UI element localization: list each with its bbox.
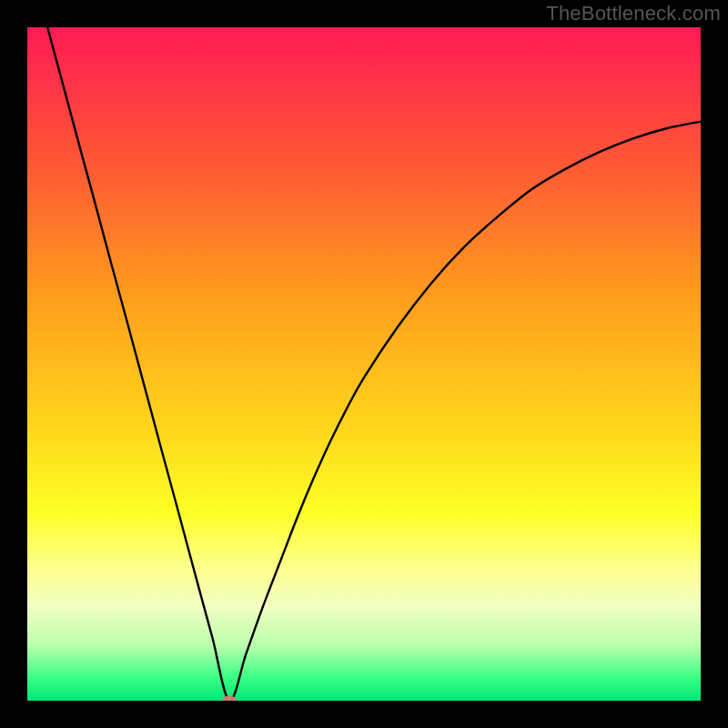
gradient-background [27, 27, 701, 701]
chart-frame: TheBottleneck.com [0, 0, 728, 728]
plot-area [27, 27, 701, 701]
chart-svg [27, 27, 701, 701]
watermark-label: TheBottleneck.com [546, 2, 721, 25]
